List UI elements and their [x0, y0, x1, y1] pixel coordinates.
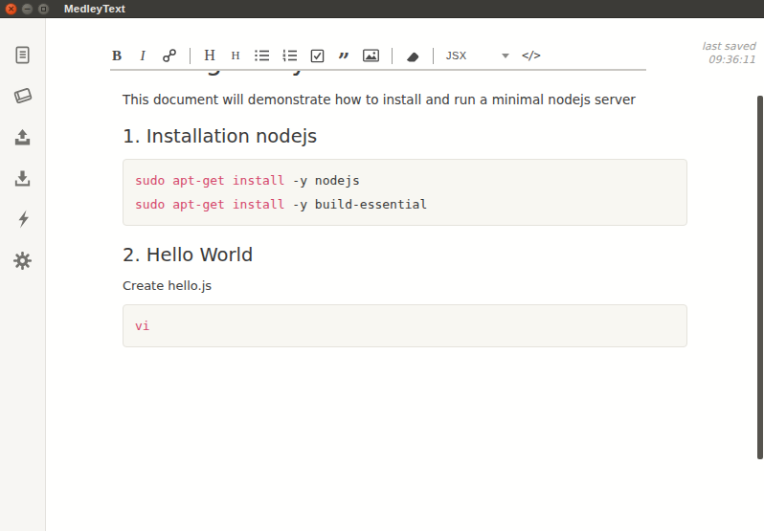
create-hello-paragraph[interactable]: Create hello.js — [123, 278, 687, 293]
document-viewport: Getting ready This document will demonst… — [46, 71, 764, 531]
last-saved-status: last saved 09:36:11 — [702, 40, 755, 67]
eraser-icon[interactable] — [405, 47, 420, 64]
window-title: MedleyText — [64, 3, 125, 14]
heading2-button[interactable]: H — [229, 47, 242, 64]
document-title-clipped[interactable]: Getting ready — [123, 71, 687, 79]
download-icon — [12, 168, 33, 188]
italic-button[interactable]: I — [136, 47, 149, 64]
lightning-icon — [13, 209, 33, 230]
heading1-button[interactable]: H — [203, 47, 216, 64]
code-line: sudo apt-get install -y nodejs — [135, 168, 675, 192]
toolbar-separator — [392, 48, 393, 64]
code-block-button[interactable]: </> — [522, 47, 540, 64]
code-language-value: JSX — [446, 50, 467, 61]
chevron-down-icon — [502, 54, 509, 58]
maximize-icon — [41, 7, 46, 11]
sidebar-item-notebooks[interactable] — [11, 84, 34, 107]
sidebar-item-export[interactable] — [11, 125, 34, 148]
intro-paragraph[interactable]: This document will demonstrate how to in… — [123, 92, 687, 107]
window-minimize-button[interactable]: − — [21, 3, 34, 15]
toolbar-separator — [190, 48, 191, 64]
last-saved-label: last saved — [702, 40, 755, 54]
sidebar-item-notes[interactable] — [11, 43, 34, 66]
window-close-button[interactable]: × — [5, 3, 17, 15]
image-button[interactable] — [363, 47, 379, 64]
section-heading-1[interactable]: 1. Installation nodejs — [123, 125, 687, 147]
upload-icon — [12, 127, 33, 147]
close-icon: × — [8, 5, 15, 13]
formatting-toolbar: B I H H ” JSX </> — [110, 47, 540, 64]
sidebar-item-import[interactable] — [11, 166, 34, 189]
code-block-vi[interactable]: vi — [123, 304, 687, 347]
code-language-dropdown[interactable]: JSX — [446, 50, 509, 61]
last-saved-time: 09:36:11 — [702, 54, 755, 67]
section-heading-2[interactable]: 2. Hello World — [123, 244, 687, 266]
bold-button[interactable]: B — [110, 47, 124, 64]
toolbar-separator — [433, 48, 434, 64]
minimize-icon: − — [24, 5, 32, 13]
window-maximize-button[interactable] — [37, 3, 50, 15]
window-titlebar: × − MedleyText — [0, 0, 764, 18]
editor-header: B I H H ” JSX </> — [46, 18, 764, 71]
code-line: vi — [135, 314, 675, 338]
code-line: sudo apt-get install -y build-essential — [135, 192, 675, 216]
vertical-scrollbar-thumb[interactable] — [757, 96, 763, 459]
editor-pane: B I H H ” JSX </> — [46, 18, 764, 531]
sidebar — [0, 18, 46, 531]
bullet-list-icon[interactable] — [255, 47, 270, 64]
quote-button[interactable]: ” — [337, 47, 350, 64]
link-button[interactable] — [162, 47, 177, 64]
book-icon — [12, 85, 34, 106]
sidebar-item-shortcuts[interactable] — [11, 208, 34, 231]
checkbox-button[interactable] — [310, 47, 325, 64]
document-content[interactable]: Getting ready This document will demonst… — [123, 71, 687, 347]
sidebar-item-settings[interactable] — [11, 249, 34, 272]
code-block-install[interactable]: sudo apt-get install -y nodejs sudo apt-… — [123, 159, 687, 226]
document-icon — [12, 45, 33, 65]
gear-icon — [12, 251, 33, 271]
app-body: B I H H ” JSX </> — [0, 18, 764, 531]
ordered-list-icon[interactable] — [282, 47, 298, 64]
